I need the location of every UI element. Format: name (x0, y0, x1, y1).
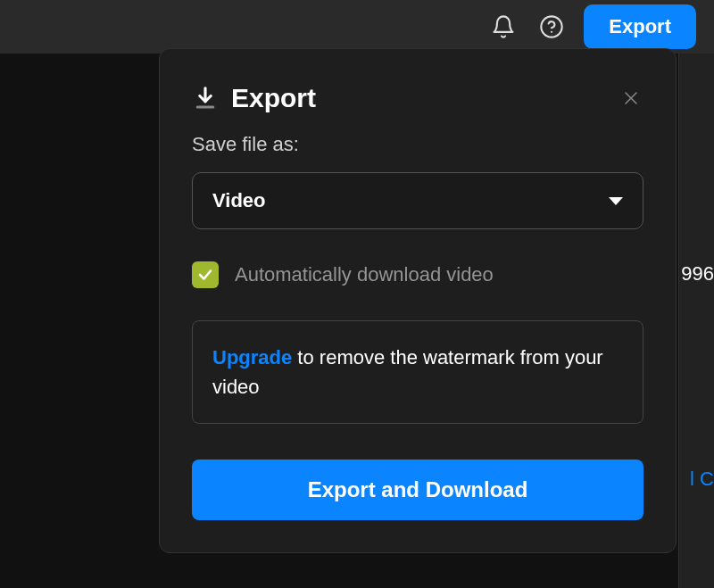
dialog-title-wrap: Export (192, 83, 316, 113)
file-type-select[interactable]: Video (192, 172, 643, 229)
partial-link-text[interactable]: l C (688, 464, 714, 494)
save-as-label: Save file as: (192, 133, 643, 156)
download-icon (192, 85, 219, 112)
help-icon (539, 14, 564, 39)
close-icon (623, 90, 639, 106)
partial-text: 996 (679, 259, 714, 289)
auto-download-checkbox[interactable] (192, 261, 219, 288)
dialog-title: Export (231, 83, 316, 113)
chevron-down-icon (609, 197, 623, 205)
bell-icon (491, 14, 516, 39)
upgrade-notice: Upgrade to remove the watermark from you… (192, 320, 643, 424)
export-dialog: Export Save file as: Video Automatically… (159, 48, 677, 553)
help-button[interactable] (536, 11, 568, 43)
check-icon (197, 267, 213, 283)
export-and-download-button[interactable]: Export and Download (192, 460, 643, 520)
export-button[interactable]: Export (584, 4, 696, 49)
notifications-button[interactable] (487, 11, 519, 43)
svg-point-0 (542, 16, 562, 37)
right-panel (678, 54, 714, 588)
auto-download-label: Automatically download video (235, 263, 494, 286)
topbar: Export (0, 0, 714, 54)
dialog-header: Export (192, 83, 643, 113)
select-value: Video (212, 189, 266, 212)
close-button[interactable] (619, 86, 643, 111)
auto-download-row: Automatically download video (192, 261, 643, 288)
upgrade-link[interactable]: Upgrade (212, 346, 292, 369)
